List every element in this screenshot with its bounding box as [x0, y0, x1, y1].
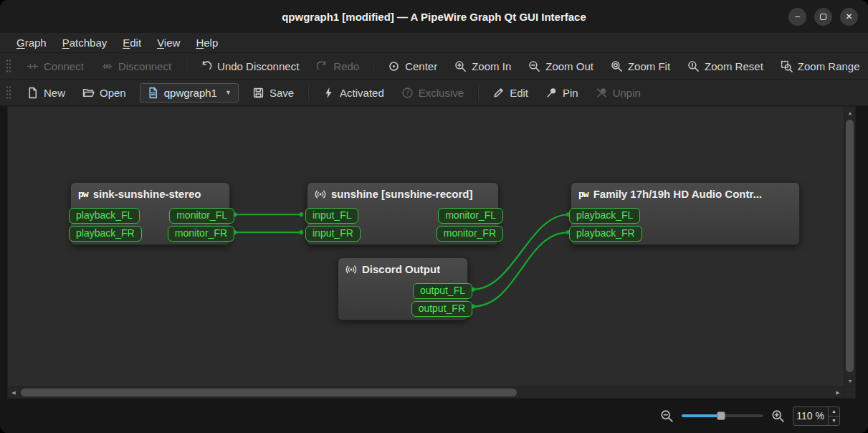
menu-patchbay-label: Patchbay — [62, 37, 108, 49]
zoom-spinbox[interactable]: 110 % ▲ ▼ — [793, 406, 840, 426]
zoom-out-button[interactable] — [660, 409, 674, 423]
disconnect-button[interactable]: Disconnect — [94, 57, 178, 76]
unpin-button[interactable]: Unpin — [588, 83, 648, 103]
toolbar-main: Connect Disconnect Undo Disconnect Redo … — [0, 53, 868, 80]
connect-icon — [27, 60, 39, 72]
spin-down-arrow-icon[interactable]: ▼ — [829, 417, 839, 425]
menu-view-label: View — [157, 37, 180, 49]
menu-view[interactable]: View — [149, 33, 188, 52]
disconnect-icon — [101, 60, 113, 72]
port-monitor-fr[interactable]: monitor_FR — [437, 226, 503, 242]
activated-button[interactable]: Activated — [315, 83, 391, 103]
menu-patchbay[interactable]: Patchbay — [54, 33, 115, 52]
monitor-speaker-icon — [315, 189, 326, 200]
edit-button[interactable]: Edit — [485, 83, 535, 103]
scroll-up-arrow-icon[interactable]: ▲ — [844, 107, 856, 118]
connect-button[interactable]: Connect — [19, 57, 91, 76]
port-playback-fr[interactable]: playback_FR — [69, 226, 142, 242]
scroll-right-arrow-icon[interactable]: ▶ — [832, 387, 844, 399]
zoom-reset-button[interactable]: Zoom Reset — [680, 57, 771, 76]
zoom-slider-handle[interactable] — [717, 411, 725, 420]
zoom-out-label: Zoom Out — [545, 60, 593, 72]
port-playback-fl[interactable]: playback_FL — [69, 208, 140, 224]
save-label: Save — [270, 87, 294, 99]
node-header: Discord Output — [338, 258, 467, 278]
minimize-icon: – — [795, 11, 800, 22]
exclusive-label: Exclusive — [419, 87, 464, 99]
lightning-icon — [323, 87, 335, 99]
scroll-left-arrow-icon[interactable]: ◀ — [8, 387, 19, 399]
node-sunshine-record[interactable]: sunshine [sunshine-record] input_FL inpu… — [307, 182, 499, 245]
node-header: pw sink-sunshine-stereo — [71, 183, 229, 203]
scroll-down-arrow-icon[interactable]: ▼ — [844, 375, 856, 386]
undo-disconnect-label: Undo Disconnect — [217, 60, 299, 72]
node-title: Discord Output — [362, 263, 440, 275]
new-button[interactable]: New — [19, 83, 72, 103]
port-playback-fl[interactable]: playback_FL — [569, 208, 640, 224]
zoom-in-button[interactable]: Zoom In — [447, 57, 518, 76]
minimize-button[interactable]: – — [788, 8, 806, 26]
undo-icon — [200, 60, 212, 72]
port-monitor-fl[interactable]: monitor_FL — [438, 208, 503, 224]
zoom-range-label: Zoom Range — [798, 60, 860, 72]
chevron-down-icon: ▼ — [225, 89, 232, 96]
zoom-value[interactable]: 110 % — [793, 407, 828, 425]
zoom-slider[interactable] — [682, 411, 763, 421]
port-input-fr[interactable]: input_FR — [305, 226, 361, 242]
svg-text:f: f — [406, 88, 409, 96]
graph-canvas[interactable]: pw sink-sunshine-stereo playback_FL play… — [8, 107, 844, 386]
center-button[interactable]: Center — [381, 57, 444, 76]
horizontal-scrollbar-thumb[interactable] — [21, 389, 517, 396]
redo-button[interactable]: Redo — [309, 57, 366, 76]
port-playback-fr[interactable]: playback_FR — [569, 226, 642, 242]
node-header: pw Family 17h/19h HD Audio Contr... — [571, 183, 799, 203]
menu-graph[interactable]: Graph — [9, 33, 54, 52]
close-button[interactable]: ✕ — [840, 8, 858, 26]
zoom-in-button[interactable] — [771, 409, 785, 423]
port-monitor-fr[interactable]: monitor_FR — [168, 226, 234, 242]
statusbar: 110 % ▲ ▼ — [0, 399, 868, 433]
port-output-fl[interactable]: output_FL — [413, 283, 472, 299]
toolbar-patchbay: New Open qpwgraph1 ▼ Save Activated f Ex… — [0, 80, 868, 106]
node-discord-output[interactable]: Discord Output output_FL output_FR — [338, 257, 468, 320]
node-family-hd-audio[interactable]: pw Family 17h/19h HD Audio Contr... play… — [571, 182, 800, 245]
patchbay-selector[interactable]: qpwgraph1 ▼ — [140, 83, 239, 103]
pin-button[interactable]: Pin — [538, 83, 586, 103]
menu-edit-label: Edit — [123, 37, 141, 49]
menu-help-label: Help — [196, 37, 218, 49]
port-monitor-fl[interactable]: monitor_FL — [169, 208, 234, 224]
toolbar-drag-handle[interactable] — [6, 58, 11, 74]
toolbar-drag-handle[interactable] — [6, 85, 11, 100]
menu-help[interactable]: Help — [188, 33, 226, 52]
port-output-fr[interactable]: output_FR — [411, 301, 472, 317]
zoom-fit-label: Zoom Fit — [628, 60, 670, 72]
undo-disconnect-button[interactable]: Undo Disconnect — [193, 57, 306, 76]
new-document-icon — [27, 87, 39, 99]
zoom-in-icon — [454, 60, 467, 72]
menu-edit[interactable]: Edit — [115, 33, 149, 52]
maximize-button[interactable] — [814, 8, 832, 26]
zoom-slider-fill — [682, 414, 719, 417]
activated-label: Activated — [340, 87, 384, 99]
zoom-fit-button[interactable]: Zoom Fit — [604, 57, 677, 76]
exclusive-icon: f — [401, 87, 414, 99]
zoom-range-button[interactable]: Zoom Range — [773, 57, 867, 76]
open-button[interactable]: Open — [75, 83, 133, 103]
exclusive-button[interactable]: f Exclusive — [394, 83, 471, 103]
node-sink-sunshine-stereo[interactable]: pw sink-sunshine-stereo playback_FL play… — [70, 182, 230, 245]
titlebar[interactable]: qpwgraph1 [modified] — A PipeWire Graph … — [0, 0, 868, 33]
zoom-in-label: Zoom In — [472, 60, 511, 72]
vertical-scrollbar-thumb[interactable] — [846, 120, 854, 372]
pin-label: Pin — [563, 87, 578, 99]
disconnect-label: Disconnect — [118, 60, 171, 72]
toolbar-separator — [373, 58, 374, 74]
zoom-out-button[interactable]: Zoom Out — [521, 57, 601, 76]
vertical-scrollbar[interactable]: ▲ ▼ — [844, 107, 855, 386]
horizontal-scrollbar[interactable]: ◀ ▶ — [8, 386, 844, 398]
toolbar-separator — [185, 58, 186, 74]
qpwgraph-window: qpwgraph1 [modified] — A PipeWire Graph … — [0, 0, 868, 433]
port-input-fl[interactable]: input_FL — [305, 208, 358, 224]
toolbar-separator — [477, 85, 479, 100]
spin-up-arrow-icon[interactable]: ▲ — [829, 407, 839, 417]
save-button[interactable]: Save — [245, 83, 301, 103]
